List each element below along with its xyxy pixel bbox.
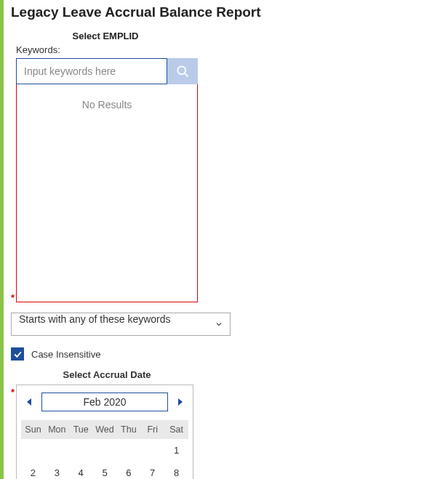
no-results-text: No Results <box>82 99 132 110</box>
calendar-empty-cell <box>93 439 117 462</box>
emplid-section-label: Select EMPLID <box>11 31 200 41</box>
month-selector[interactable]: Feb 2020 <box>41 393 168 411</box>
calendar-day[interactable]: 4 <box>69 462 93 479</box>
calendar-weekday: Thu <box>116 420 140 439</box>
calendar: Feb 2020 SunMonTueWedThuFriSat 12345678 <box>16 385 193 479</box>
calendar-weekday: Wed <box>93 420 117 439</box>
page-title: Legacy Leave Accrual Balance Report <box>11 4 448 20</box>
calendar-day[interactable]: 8 <box>164 462 188 479</box>
calendar-weekday: Tue <box>69 420 93 439</box>
required-asterisk: * <box>11 387 15 397</box>
prev-month-button[interactable] <box>21 394 37 410</box>
calendar-empty-cell <box>45 439 69 462</box>
calendar-day[interactable]: 7 <box>140 462 164 479</box>
results-panel: No Results <box>16 84 198 302</box>
calendar-day[interactable]: 3 <box>45 462 69 479</box>
calendar-day[interactable]: 2 <box>21 462 45 479</box>
case-insensitive-checkbox[interactable] <box>11 347 24 361</box>
calendar-weekday: Fri <box>140 420 164 439</box>
triangle-left-icon <box>25 398 33 406</box>
search-button[interactable] <box>167 58 198 84</box>
calendar-empty-cell <box>21 439 45 462</box>
svg-marker-2 <box>27 398 31 406</box>
next-month-button[interactable] <box>172 394 188 410</box>
svg-marker-3 <box>178 398 183 406</box>
calendar-grid: SunMonTueWedThuFriSat 12345678 <box>21 420 188 479</box>
required-asterisk: * <box>11 293 15 302</box>
svg-line-1 <box>185 73 188 77</box>
case-insensitive-label: Case Insensitive <box>31 349 100 360</box>
accrual-date-section-label: Select Accrual Date <box>18 369 196 380</box>
calendar-day[interactable]: 1 <box>164 439 188 462</box>
calendar-empty-cell <box>69 439 93 462</box>
calendar-day[interactable]: 6 <box>116 462 140 479</box>
calendar-empty-cell <box>116 439 140 462</box>
calendar-day[interactable]: 5 <box>93 462 117 479</box>
calendar-empty-cell <box>140 439 164 462</box>
match-mode-select[interactable]: Starts with any of these keywords <box>11 313 231 336</box>
svg-point-0 <box>177 66 185 74</box>
keywords-input[interactable] <box>16 58 167 84</box>
check-icon <box>13 350 23 359</box>
triangle-right-icon <box>177 398 184 406</box>
search-icon <box>175 64 190 79</box>
keywords-label: Keywords: <box>16 44 198 55</box>
calendar-weekday: Sat <box>164 420 188 439</box>
calendar-weekday: Sun <box>21 420 45 439</box>
calendar-weekday: Mon <box>45 420 69 439</box>
